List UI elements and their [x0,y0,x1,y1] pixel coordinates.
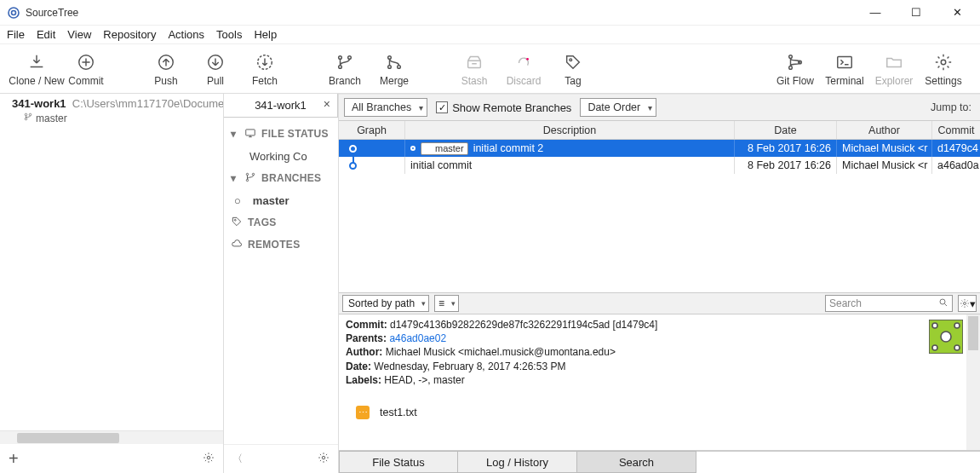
svg-point-39 [932,345,937,350]
commit-button[interactable]: Commit [61,46,111,92]
menu-help[interactable]: Help [254,28,277,41]
details-vscrollbar[interactable] [966,314,980,450]
app-logo-icon [7,6,20,20]
details-gear-button[interactable]: ▾ [958,295,977,312]
repo-tab[interactable]: 341-work1 × [224,94,338,117]
tag-icon [231,216,243,230]
add-bookmark-button[interactable]: + [9,449,19,469]
sidebar-branch-master[interactable]: ○ master [224,189,338,211]
menu-tools[interactable]: Tools [216,28,242,41]
branch-filter-dropdown[interactable]: All Branches [344,98,427,117]
menu-actions[interactable]: Actions [168,28,204,41]
refresh-icon [255,51,274,73]
terminal-button[interactable]: Terminal [820,46,869,92]
svg-point-30 [426,146,427,147]
settings-button[interactable]: Settings [919,46,968,92]
terminal-icon [835,51,854,73]
order-dropdown[interactable]: Date Order [580,98,656,117]
branch-button[interactable]: Branch [320,46,370,92]
monitor-icon [244,127,256,141]
changed-file-row[interactable]: ⋯ test1.txt [356,406,915,420]
sidebar-settings-icon[interactable] [318,452,330,466]
svg-point-1 [12,10,16,14]
author-avatar [929,320,963,354]
svg-point-23 [207,456,210,459]
minimize-button[interactable]: — [863,6,888,19]
svg-point-20 [25,113,27,116]
commit-row[interactable]: initial commit 8 Feb 2017 16:26 Michael … [339,157,980,174]
details-search-input[interactable]: Search [825,295,953,312]
git-flow-button[interactable]: Git Flow [771,46,820,92]
arrow-down-icon [206,51,225,73]
branch-icon [335,51,354,73]
chevron-down-icon: ▾ [231,128,239,140]
stash-button[interactable]: Stash [450,46,499,92]
push-button[interactable]: Push [141,46,191,92]
sidebar-item-working-copy[interactable]: Working Co [224,145,338,167]
title-bar: SourceTree — ☐ ✕ [0,0,980,26]
show-remote-checkbox[interactable]: ✓ Show Remote Branches [436,101,571,114]
toolbar: Clone / New Commit Push Pull Fetch Branc… [0,44,980,94]
parent-link[interactable]: a46ad0ae02 [389,332,446,344]
svg-point-32 [430,146,432,147]
svg-point-36 [941,332,951,342]
tab-search[interactable]: Search [577,451,696,473]
menu-file[interactable]: File [7,28,25,41]
commit-author: Michael Musick <r [837,157,932,174]
merge-button[interactable]: Merge [370,46,419,92]
commit-message: initial commit [410,159,472,171]
col-date[interactable]: Date [735,121,837,139]
svg-point-29 [322,456,325,459]
tab-log-history[interactable]: Log / History [458,451,577,473]
bookmarks-settings-icon[interactable] [203,452,215,466]
merge-icon [385,51,404,73]
col-graph[interactable]: Graph [339,121,405,139]
menu-view[interactable]: View [67,28,91,41]
pull-button[interactable]: Pull [191,46,240,92]
svg-point-28 [234,219,236,221]
col-author[interactable]: Author [837,121,932,139]
bookmark-branch-name: master [36,112,67,124]
section-tags[interactable]: TAGS [224,211,338,234]
bookmarks-hscrollbar[interactable] [0,430,223,444]
menu-edit[interactable]: Edit [37,28,55,41]
maximize-button[interactable]: ☐ [903,6,929,19]
collapse-sidebar-button[interactable]: 〈 [232,452,243,466]
commit-row[interactable]: master initial commit 2 8 Feb 2017 16:26… [339,140,980,157]
view-mode-dropdown[interactable]: ≡ [434,295,459,312]
section-remotes[interactable]: REMOTES [224,234,338,256]
bookmark-branch[interactable]: master [0,112,223,124]
flow-icon [786,51,805,73]
close-button[interactable]: ✕ [944,6,970,19]
col-description[interactable]: Description [405,121,735,139]
branch-badge: master [421,142,468,155]
fetch-button[interactable]: Fetch [240,46,289,92]
repo-sidebar: 341-work1 × ▾ FILE STATUS Working Co ▾ B… [224,94,339,473]
menu-bar: File Edit View Repository Actions Tools … [0,26,980,44]
section-branches[interactable]: ▾ BRANCHES [224,167,338,189]
commit-meta: Commit: d1479c4136b92822629de87fc3262291… [339,314,929,450]
history-panel: All Branches ✓ Show Remote Branches Date… [339,94,980,473]
close-tab-icon[interactable]: × [324,97,330,111]
tag-button[interactable]: Tag [548,46,598,92]
bookmark-repo[interactable]: 341-work1 C:\Users\mm117170e\Documen [0,94,223,112]
tab-file-status[interactable]: File Status [339,451,458,473]
svg-point-21 [25,118,27,120]
clone-new-button[interactable]: Clone / New [12,46,61,92]
undo-icon [514,51,533,73]
section-file-status[interactable]: ▾ FILE STATUS [224,123,338,145]
sort-dropdown[interactable]: Sorted by path [342,295,429,312]
svg-point-34 [963,303,966,305]
svg-point-15 [789,55,793,58]
arrow-up-icon [157,51,175,73]
menu-repository[interactable]: Repository [103,28,156,41]
col-commit[interactable]: Commit [932,121,980,139]
gear-icon [934,51,953,73]
svg-point-16 [789,66,793,69]
explorer-button[interactable]: Explorer [869,46,919,92]
svg-point-26 [246,179,248,181]
svg-point-19 [941,60,946,65]
modified-file-icon: ⋯ [356,406,370,419]
discard-button[interactable]: Discard [499,46,548,92]
svg-point-7 [339,65,342,68]
